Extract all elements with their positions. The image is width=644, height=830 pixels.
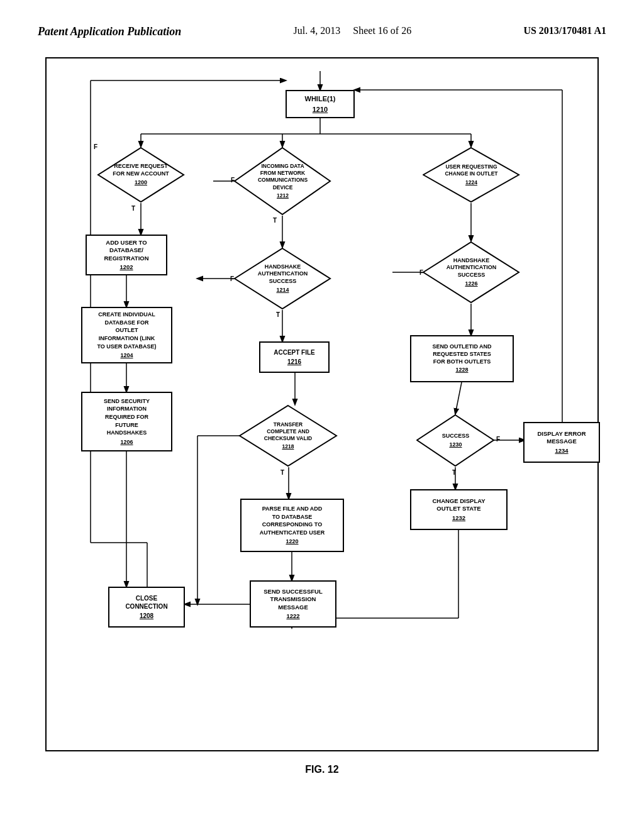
label-f-incoming1212: F: [231, 177, 235, 184]
header: Patent Application Publication Jul. 4, 2…: [38, 25, 606, 38]
svg-line-22: [455, 382, 462, 414]
label-f-handshake1226: F: [419, 269, 423, 276]
node-handshake1226: HANDSHAKEAUTHENTICATIONSUCCESS1226: [423, 241, 520, 304]
fig-caption: FIG. 12: [38, 764, 606, 775]
node-userreq1224: USER REQUESTINGCHANGE IN OUTLET1224: [423, 147, 520, 203]
node-adduser1202: ADD USER TODATABASE/REGISTRATION 1202: [86, 235, 167, 275]
publication-title: Patent Application Publication: [38, 25, 181, 38]
node-receive1200: RECEIVE REQUESTFOR NEW ACCOUNT1200: [97, 147, 185, 203]
publication-date: Jul. 4, 2013: [294, 25, 341, 36]
node-sendsuccess1222: SEND SUCCESSFULTRANSMISSIONMESSAGE 1222: [250, 580, 336, 628]
label-t-transfer1218: T: [280, 469, 284, 476]
label-f-success1230: F: [496, 436, 500, 443]
node-handshake1214: HANDSHAKEAUTHENTICATIONSUCCESS1214: [234, 247, 331, 310]
node-displayerror1234: DISPLAY ERRORMESSAGE 1234: [523, 422, 600, 463]
node-changedisplay1232: CHANGE DISPLAYOUTLET STATE 1232: [410, 489, 508, 530]
node-createdb1204: CREATE INDIVIDUALDATABASE FOROUTLETINFOR…: [81, 307, 172, 363]
flowchart: WHILE(1) 1210 RECEIVE REQUESTFOR NEW ACC…: [59, 71, 585, 738]
page: Patent Application Publication Jul. 4, 2…: [0, 0, 644, 830]
node-parsefile1220: PARSE FILE AND ADDTO DATABASECORRESPONDI…: [240, 499, 344, 552]
label-t-success1230: T: [452, 469, 456, 476]
label-f-handshake1214: F: [230, 275, 234, 282]
patent-number: US 2013/170481 A1: [523, 25, 606, 36]
label-t-handshake1214: T: [276, 311, 280, 318]
label-t-receive1200: T: [131, 205, 135, 212]
node-sendoutlet1228: SEND OUTLETID ANDREQUESTED STATESFOR BOT…: [410, 335, 514, 382]
node-sendsecurity1206: SEND SECURITYINFORMATIONREQUIRED FORFUTU…: [81, 392, 172, 451]
sheet-info: Sheet 16 of 26: [353, 25, 411, 36]
node-while1210: WHILE(1) 1210: [286, 90, 355, 118]
node-closeconn1208: CLOSECONNECTION 1208: [108, 587, 185, 628]
label-f-receive1200: F: [94, 143, 97, 150]
node-success1230: SUCCESS1230: [416, 414, 495, 467]
label-t-incoming1212: T: [273, 217, 277, 224]
header-date-sheet: Jul. 4, 2013 Sheet 16 of 26: [294, 25, 412, 36]
diagram-container: WHILE(1) 1210 RECEIVE REQUESTFOR NEW ACC…: [45, 57, 599, 751]
node-incoming1212: INCOMING DATAFROM NETWORKCOMMUNICATIONSD…: [234, 147, 331, 216]
node-transfer1218: TRANSFERCOMPLETE ANDCHECKSUM VALID1218: [238, 404, 338, 467]
node-acceptfile1216: ACCEPT FILE 1216: [259, 341, 330, 373]
